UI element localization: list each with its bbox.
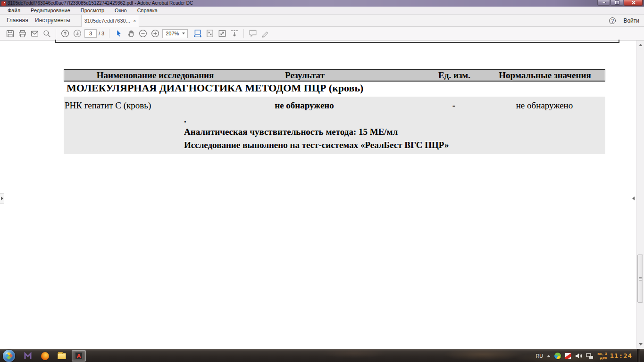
minimize-icon	[602, 2, 606, 3]
previous-page-button[interactable]	[59, 28, 71, 39]
zoom-in-button[interactable]	[149, 28, 161, 39]
menu-help[interactable]: Справка	[132, 7, 163, 14]
menu-window[interactable]: Окно	[109, 7, 132, 14]
arrow-down-circle-icon	[73, 29, 82, 38]
toolbar-separator	[56, 29, 56, 38]
fit-width-icon	[193, 29, 202, 38]
fit-page-icon	[206, 29, 214, 38]
show-desktop-button[interactable]	[637, 349, 640, 362]
tray-time: 11:24	[610, 352, 632, 360]
right-panel-toggle[interactable]	[631, 193, 636, 204]
speaker-icon[interactable]	[575, 353, 582, 359]
page-total-label: / 3	[99, 31, 104, 36]
cell-unit: -	[452, 100, 455, 111]
taskbar-clock[interactable]: вс, 3 дек 11:24	[597, 352, 632, 360]
table-header-row: Наименование исследования Результат Ед. …	[64, 69, 605, 82]
cell-result: не обнаружено	[275, 100, 334, 111]
sign-in-button[interactable]: Войти	[623, 17, 639, 24]
fullscreen-button[interactable]	[216, 28, 228, 39]
tab-home[interactable]: Главная	[7, 15, 28, 27]
scrollbar-thumb[interactable]	[637, 255, 643, 303]
folder-icon	[58, 353, 66, 359]
cursor-icon	[115, 30, 123, 38]
cell-normal-value: не обнаружено	[516, 100, 573, 111]
hand-icon	[127, 30, 135, 38]
print-button[interactable]	[16, 28, 28, 39]
scroll-mode-button[interactable]	[228, 28, 241, 39]
left-panel-toggle[interactable]	[0, 193, 4, 204]
table-header-normal: Нормальные значения	[499, 70, 591, 81]
antivirus-tray-icon[interactable]	[565, 353, 571, 359]
chevron-down-icon	[182, 33, 185, 34]
highlight-button[interactable]	[259, 28, 271, 39]
system-tray: RU вс, 3 дек 11:24	[535, 349, 640, 362]
tab-document[interactable]: 3105dc7eddf7630... ×	[81, 15, 139, 27]
note-sensitivity: Аналитическая чувствительность метода: 1…	[184, 127, 398, 137]
comment-bubble-icon	[249, 29, 257, 38]
tab-tools[interactable]: Инструменты	[35, 15, 70, 27]
tab-close-icon[interactable]: ×	[133, 18, 136, 24]
table-row: РНК гепатит С (кровь) не обнаружено - не…	[64, 97, 605, 154]
zoom-level-value: 207%	[163, 31, 182, 36]
minus-circle-icon	[139, 29, 147, 38]
page-divider-line	[55, 42, 619, 43]
fullscreen-icon	[218, 29, 226, 38]
taskbar-firefox-button[interactable]	[38, 350, 52, 362]
taskbar: A RU вс, 3 дек 11:24	[0, 349, 644, 362]
save-button[interactable]	[4, 28, 16, 39]
taskbar-messenger-button[interactable]	[21, 350, 35, 362]
email-button[interactable]	[28, 28, 41, 39]
acrobat-app-icon	[1, 1, 6, 6]
taskbar-acrobat-button[interactable]: A	[72, 350, 86, 362]
tab-document-label: 3105dc7eddf7630...	[84, 18, 130, 24]
search-icon	[43, 30, 51, 38]
vertical-scrollbar[interactable]	[636, 41, 644, 349]
document-page: Наименование исследования Результат Ед. …	[0, 41, 644, 349]
tab-bar: Главная Инструменты 3105dc7eddf7630... ×…	[0, 15, 644, 27]
next-page-button[interactable]	[71, 28, 84, 39]
hidden-icons-chevron-icon[interactable]	[547, 355, 551, 357]
toolbar-separator	[243, 29, 244, 38]
fit-page-button[interactable]	[204, 28, 216, 39]
hand-tool-button[interactable]	[125, 28, 137, 39]
menu-edit[interactable]: Редактирование	[25, 7, 75, 14]
scroll-mode-icon	[230, 29, 239, 38]
cell-test-name: РНК гепатит С (кровь)	[65, 100, 151, 111]
close-icon	[631, 0, 636, 5]
triangle-up-icon	[639, 44, 643, 46]
maximize-icon	[615, 1, 619, 4]
acrobat-glyph: A	[77, 353, 81, 359]
pencil-icon	[261, 29, 269, 38]
toolbar: / 3 207%	[0, 27, 644, 41]
close-button[interactable]	[624, 0, 643, 6]
chevron-left-icon	[632, 197, 635, 200]
network-icon[interactable]	[586, 353, 594, 359]
table-header-result: Результат	[285, 70, 325, 81]
select-tool-button[interactable]	[112, 28, 125, 39]
zoom-level-select[interactable]: 207%	[162, 29, 188, 38]
note-test-system: Исследование выполнено на тест-системах …	[184, 140, 449, 150]
help-icon[interactable]: ?	[609, 17, 616, 24]
table-header-name: Наименование исследования	[97, 70, 214, 81]
language-indicator[interactable]: RU	[535, 353, 543, 359]
menu-bar: Файл Редактирование Просмотр Окно Справк…	[0, 7, 644, 15]
page-number-input[interactable]	[84, 29, 97, 38]
scroll-down-button[interactable]	[636, 341, 644, 348]
toolbar-separator	[109, 29, 109, 38]
start-button[interactable]	[3, 350, 15, 362]
zoom-out-button[interactable]	[137, 28, 149, 39]
menu-file[interactable]: Файл	[2, 7, 25, 14]
chevron-right-icon	[1, 197, 3, 200]
download-manager-tray-icon[interactable]	[554, 353, 561, 359]
maximize-button[interactable]	[611, 0, 623, 6]
scroll-up-button[interactable]	[636, 41, 644, 49]
arrow-up-circle-icon	[61, 29, 69, 38]
fit-width-button[interactable]	[192, 28, 204, 39]
menu-view[interactable]: Просмотр	[75, 7, 109, 14]
note-dot: .	[184, 115, 186, 125]
window-title: 3105dc7eddf763046ed0ae77f233085d15122742…	[8, 0, 193, 7]
search-button[interactable]	[41, 28, 53, 39]
taskbar-explorer-button[interactable]	[55, 350, 69, 362]
minimize-button[interactable]	[597, 0, 610, 6]
comment-button[interactable]	[247, 28, 259, 39]
